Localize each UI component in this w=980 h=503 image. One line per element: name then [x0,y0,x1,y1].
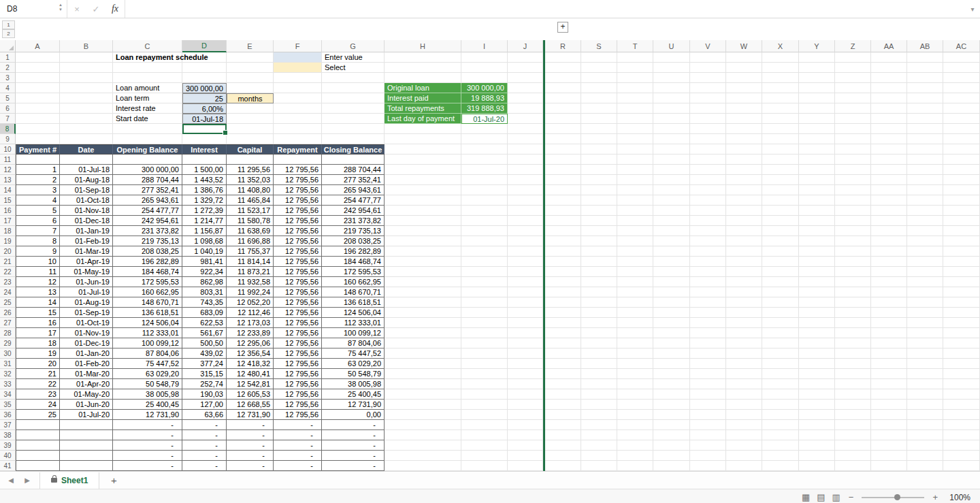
cell-E20[interactable]: 11 755,37 [227,246,274,257]
cell-J36[interactable] [508,410,543,420]
cell-E4[interactable] [227,83,274,93]
cell-T15[interactable] [617,195,653,206]
cell-H24[interactable] [385,287,461,297]
cell-D5[interactable]: 25 [182,93,227,103]
cell-Z37[interactable] [835,420,871,430]
cell-AC19[interactable] [943,236,980,246]
row-header-12[interactable]: 12 [0,165,16,175]
cell-B2[interactable] [60,63,113,73]
cell-W13[interactable] [726,175,762,185]
cell-C14[interactable]: 277 352,41 [113,185,182,195]
cell-C40[interactable]: - [113,451,182,461]
cell-AB8[interactable] [907,124,943,134]
cell-S2[interactable] [581,63,617,73]
cell-R5[interactable] [545,93,581,103]
cell-R8[interactable] [545,124,581,134]
cell-J38[interactable] [508,430,543,440]
cell-C27[interactable]: 124 506,04 [113,318,182,328]
cell-H8[interactable] [385,124,461,134]
cell-H19[interactable] [385,236,461,246]
cell-J26[interactable] [508,308,543,318]
cell-E30[interactable]: 12 356,54 [227,348,274,359]
cell-T33[interactable] [617,379,653,389]
cell-AA41[interactable] [871,461,907,471]
cell-AA39[interactable] [871,440,907,451]
cell-I19[interactable] [461,236,508,246]
cell-I36[interactable] [461,410,508,420]
cell-H2[interactable] [385,63,461,73]
cell-U28[interactable] [653,328,690,338]
cell-Y9[interactable] [799,134,835,144]
cell-G2[interactable]: Select [322,63,385,73]
cell-J18[interactable] [508,226,543,236]
row-header-4[interactable]: 4 [0,83,16,93]
col-header-F[interactable]: F [274,40,322,52]
cell-A4[interactable] [16,83,60,93]
cell-Y6[interactable] [799,103,835,114]
cell-AB17[interactable] [907,216,943,226]
cell-F1[interactable] [274,52,322,63]
cell-E15[interactable]: 11 465,84 [227,195,274,206]
cell-Z6[interactable] [835,103,871,114]
cell-B34[interactable]: 01-May-20 [60,389,113,400]
cell-U11[interactable] [653,155,690,165]
cell-B29[interactable]: 01-Dec-19 [60,338,113,348]
row-header-39[interactable]: 39 [0,440,16,451]
row-header-36[interactable]: 36 [0,410,16,420]
cell-S13[interactable] [581,175,617,185]
cell-S15[interactable] [581,195,617,206]
cell-W17[interactable] [726,216,762,226]
cell-A39[interactable] [16,440,60,451]
cell-Z24[interactable] [835,287,871,297]
cell-B17[interactable]: 01-Dec-18 [60,216,113,226]
cell-B24[interactable]: 01-Jul-19 [60,287,113,297]
cell-F41[interactable]: - [274,461,322,471]
cell-D30[interactable]: 439,02 [182,348,227,359]
cell-X29[interactable] [762,338,799,348]
cell-Z27[interactable] [835,318,871,328]
cell-C3[interactable] [113,73,182,83]
cell-J3[interactable] [508,73,543,83]
cell-X13[interactable] [762,175,799,185]
cell-E3[interactable] [227,73,274,83]
cell-AC24[interactable] [943,287,980,297]
cell-E32[interactable]: 12 480,41 [227,369,274,379]
cell-U24[interactable] [653,287,690,297]
cell-Y5[interactable] [799,93,835,103]
cell-E8[interactable] [227,124,274,134]
cell-U23[interactable] [653,277,690,287]
cell-T29[interactable] [617,338,653,348]
cell-A26[interactable]: 15 [16,308,60,318]
cell-F16[interactable]: 12 795,56 [274,206,322,216]
cell-I32[interactable] [461,369,508,379]
cell-C1[interactable]: Loan repayment schedule [113,52,182,63]
cell-I41[interactable] [461,461,508,471]
cell-V25[interactable] [690,297,726,308]
cell-G6[interactable] [322,103,385,114]
cell-Y28[interactable] [799,328,835,338]
normal-view-icon[interactable]: ▦ [802,493,810,502]
cell-W5[interactable] [726,93,762,103]
cell-U32[interactable] [653,369,690,379]
cell-J12[interactable] [508,165,543,175]
cell-Y32[interactable] [799,369,835,379]
cell-E9[interactable] [227,134,274,144]
cell-B1[interactable] [60,52,113,63]
cell-B31[interactable]: 01-Feb-20 [60,359,113,369]
cell-R32[interactable] [545,369,581,379]
cell-W14[interactable] [726,185,762,195]
cell-Z13[interactable] [835,175,871,185]
cell-J10[interactable] [508,144,543,155]
cell-W30[interactable] [726,348,762,359]
cell-Z28[interactable] [835,328,871,338]
col-header-A[interactable]: A [16,40,60,52]
cell-AC10[interactable] [943,144,980,155]
cell-C39[interactable]: - [113,440,182,451]
cell-T16[interactable] [617,206,653,216]
cell-Z22[interactable] [835,267,871,277]
cell-B19[interactable]: 01-Feb-19 [60,236,113,246]
cell-X9[interactable] [762,134,799,144]
row-header-37[interactable]: 37 [0,420,16,430]
cell-AC15[interactable] [943,195,980,206]
row-header-33[interactable]: 33 [0,379,16,389]
